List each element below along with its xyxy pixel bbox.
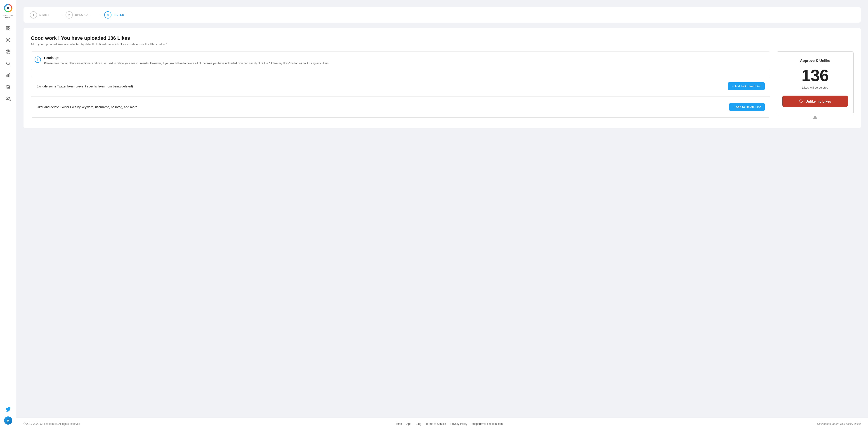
svg-rect-23	[9, 73, 10, 77]
alert-text: Please note that all filters are optiona…	[44, 61, 329, 66]
left-column: i Heads up! Please note that all filters…	[31, 51, 770, 118]
svg-rect-6	[8, 29, 10, 30]
unlike-button-label: Unlike my Likes	[805, 99, 831, 103]
svg-point-18	[8, 51, 8, 52]
filter-row-protect: Exclude some Twitter likes (prevent spec…	[31, 76, 770, 97]
sidebar-logo[interactable]	[4, 4, 13, 13]
alert-icon: i	[35, 57, 41, 63]
svg-point-11	[9, 41, 10, 42]
svg-rect-21	[6, 75, 7, 77]
right-column: Approve & Unlike 136 Likes will be delet…	[777, 51, 854, 121]
sidebar-avatar[interactable]: A	[4, 417, 12, 425]
footer-link-privacy[interactable]: Privacy Policy	[451, 422, 467, 426]
step-1-circle: 1	[30, 11, 37, 19]
sidebar-item-network[interactable]	[3, 35, 13, 45]
step-3-label: FILTER	[114, 13, 124, 16]
footer: © 2017-2023 Circleboom llc. All rights r…	[16, 418, 868, 430]
footer-tagline: Circleboom, boom your social circle!	[817, 422, 861, 426]
unlike-my-likes-button[interactable]: Unlike my Likes	[782, 96, 848, 107]
step-2-label: UPLOAD	[75, 13, 88, 16]
footer-link-terms[interactable]: Terms of Service	[426, 422, 446, 426]
step-2[interactable]: 2 UPLOAD	[66, 11, 88, 19]
filter-label-delete: Filter and delete Twitter likes by keywo…	[36, 105, 137, 109]
svg-line-20	[9, 64, 10, 66]
heart-icon	[799, 99, 803, 103]
svg-point-17	[7, 51, 9, 53]
approve-panel: Approve & Unlike 136 Likes will be delet…	[777, 51, 854, 114]
main-content: 1 START 2 UPLOAD 3 FILTER Good work ! Yo…	[16, 0, 868, 430]
step-2-circle: 2	[66, 11, 73, 19]
svg-line-14	[7, 40, 8, 41]
filter-row-delete: Filter and delete Twitter likes by keywo…	[31, 97, 770, 117]
step-1[interactable]: 1 START	[30, 11, 49, 19]
sidebar-item-delete[interactable]	[3, 82, 13, 92]
alert-box: i Heads up! Please note that all filters…	[31, 51, 770, 70]
svg-rect-22	[8, 74, 8, 77]
sidebar-logo-label: TWITTER TOOL	[0, 14, 16, 19]
footer-link-home[interactable]: Home	[395, 422, 402, 426]
arrow-container	[777, 114, 854, 121]
main-card: Good work ! You have uploaded 136 Likes …	[24, 28, 861, 128]
approve-title: Approve & Unlike	[782, 59, 848, 63]
svg-line-15	[8, 40, 9, 41]
content-grid: i Heads up! Please note that all filters…	[31, 51, 854, 121]
svg-line-12	[7, 39, 8, 40]
footer-link-support[interactable]: support@circleboom.com	[472, 422, 502, 426]
stepper: 1 START 2 UPLOAD 3 FILTER	[24, 7, 861, 23]
sidebar-item-analytics[interactable]	[3, 70, 13, 80]
filter-label-protect: Exclude some Twitter likes (prevent spec…	[36, 85, 133, 88]
step-3-circle: 3	[104, 11, 112, 19]
page-title: Good work ! You have uploaded 136 Likes	[31, 35, 854, 41]
footer-link-app[interactable]: App	[406, 422, 411, 426]
sidebar-item-dashboard[interactable]	[3, 23, 13, 33]
svg-point-10	[6, 41, 7, 42]
sidebar-item-users[interactable]	[3, 94, 13, 104]
arrow-head	[813, 115, 817, 119]
step-separator-1	[53, 15, 62, 15]
alert-title: Heads up!	[44, 56, 329, 60]
footer-links: Home App Blog Terms of Service Privacy P…	[395, 422, 503, 426]
add-to-delete-list-button[interactable]: + Add to Delete List	[729, 103, 765, 111]
svg-line-13	[8, 39, 9, 40]
step-1-label: START	[39, 13, 49, 16]
footer-copyright: © 2017-2023 Circleboom llc. All rights r…	[24, 422, 80, 426]
svg-point-2	[7, 7, 9, 9]
svg-point-7	[8, 39, 8, 40]
svg-rect-4	[8, 27, 10, 28]
add-to-protect-list-button[interactable]: + Add to Protect List	[728, 82, 765, 90]
svg-point-9	[9, 38, 10, 39]
approve-count: 136	[782, 67, 848, 84]
sidebar-item-target[interactable]	[3, 47, 13, 57]
alert-content: Heads up! Please note that all filters a…	[44, 56, 329, 66]
svg-point-19	[6, 62, 9, 65]
filter-options: Exclude some Twitter likes (prevent spec…	[31, 76, 770, 118]
footer-link-blog[interactable]: Blog	[416, 422, 421, 426]
svg-point-24	[6, 97, 8, 99]
sidebar-item-search[interactable]	[3, 59, 13, 68]
svg-rect-5	[6, 29, 7, 30]
sidebar-nav	[3, 23, 13, 405]
sidebar-item-twitter[interactable]	[3, 405, 13, 415]
sidebar: TWITTER TOOL	[0, 0, 16, 430]
svg-rect-3	[6, 27, 7, 28]
page-subtitle: All of your uploaded likes are selected …	[31, 42, 854, 46]
approve-subtitle: Likes will be deleted	[782, 86, 848, 89]
step-3[interactable]: 3 FILTER	[104, 11, 124, 19]
svg-point-8	[6, 38, 7, 39]
step-separator-2	[92, 15, 101, 15]
